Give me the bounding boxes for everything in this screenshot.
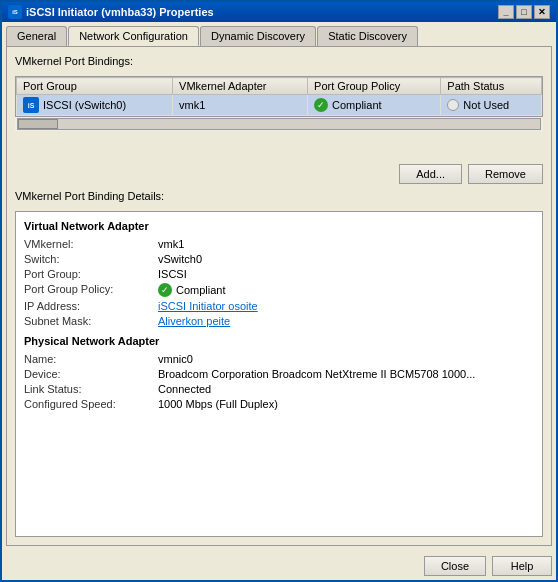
- cell-vmkernel-adapter: vmk1: [173, 95, 308, 116]
- binding-details-box: Virtual Network Adapter VMkernel: vmk1 S…: [15, 211, 543, 537]
- physical-adapter-section-title: Physical Network Adapter: [24, 335, 534, 347]
- cell-port-group-policy: Compliant: [308, 95, 441, 116]
- add-button[interactable]: Add...: [399, 164, 462, 184]
- network-configuration-tab-content: VMkernel Port Bindings: Port Group VMker…: [6, 46, 552, 546]
- close-button[interactable]: Close: [424, 556, 486, 576]
- device-value: Broadcom Corporation Broadcom NetXtreme …: [158, 368, 534, 380]
- iscsi-port-icon: iS: [23, 97, 39, 113]
- bottom-buttons-row: Close Help: [2, 550, 556, 580]
- name-label: Name:: [24, 353, 154, 365]
- remove-button[interactable]: Remove: [468, 164, 543, 184]
- path-status-icon: [447, 99, 459, 111]
- link-status-value: Connected: [158, 383, 534, 395]
- virtual-adapter-grid: VMkernel: vmk1 Switch: vSwitch0 Port Gro…: [24, 238, 534, 327]
- path-status-row: Not Used: [447, 99, 535, 111]
- switch-value: vSwitch0: [158, 253, 534, 265]
- device-label: Device:: [24, 368, 154, 380]
- port-bindings-table-wrapper: Port Group VMkernel Adapter Port Group P…: [15, 76, 543, 156]
- virtual-adapter-section-title: Virtual Network Adapter: [24, 220, 534, 232]
- policy-label: Compliant: [332, 99, 382, 111]
- minimize-button[interactable]: _: [498, 5, 514, 19]
- path-status-label: Not Used: [463, 99, 509, 111]
- table-row[interactable]: iS ISCSI (vSwitch0) vmk1 Compliant: [17, 95, 542, 116]
- port-group-name: ISCSI (vSwitch0): [43, 99, 126, 111]
- tab-network-configuration[interactable]: Network Configuration: [68, 26, 199, 46]
- link-status-label: Link Status:: [24, 383, 154, 395]
- title-buttons: _ □ ✕: [498, 5, 550, 19]
- table-buttons-row: Add... Remove: [15, 164, 543, 184]
- tab-bar: General Network Configuration Dynamic Di…: [6, 26, 552, 46]
- policy-detail-row: Compliant: [158, 283, 534, 297]
- horizontal-scrollbar[interactable]: [15, 117, 543, 131]
- switch-label: Switch:: [24, 253, 154, 265]
- cell-port-group: iS ISCSI (vSwitch0): [17, 95, 173, 116]
- col-port-group-policy: Port Group Policy: [308, 78, 441, 95]
- port-group-label: Port Group:: [24, 268, 154, 280]
- col-port-group: Port Group: [17, 78, 173, 95]
- tab-general[interactable]: General: [6, 26, 67, 46]
- scrollbar-track[interactable]: [17, 118, 541, 130]
- configured-speed-label: Configured Speed:: [24, 398, 154, 410]
- maximize-button[interactable]: □: [516, 5, 532, 19]
- policy-detail-text: Compliant: [176, 284, 226, 296]
- subnet-value: Aliverkon peite: [158, 315, 534, 327]
- physical-adapter-grid: Name: vmnic0 Device: Broadcom Corporatio…: [24, 353, 534, 410]
- binding-details-label: VMkernel Port Binding Details:: [15, 190, 543, 202]
- name-value: vmnic0: [158, 353, 534, 365]
- policy-detail-value: Compliant: [158, 283, 534, 297]
- cell-path-status: Not Used: [441, 95, 542, 116]
- window-icon: iS: [8, 5, 22, 19]
- policy-status-row: Compliant: [314, 98, 434, 112]
- main-window: iS iSCSI Initiator (vmhba33) Properties …: [0, 0, 558, 582]
- ip-label: IP Address:: [24, 300, 154, 312]
- port-bindings-table-container: Port Group VMkernel Adapter Port Group P…: [15, 76, 543, 117]
- col-path-status: Path Status: [441, 78, 542, 95]
- tab-dynamic-discovery[interactable]: Dynamic Discovery: [200, 26, 316, 46]
- close-button[interactable]: ✕: [534, 5, 550, 19]
- ip-value: iSCSI Initiator osoite: [158, 300, 534, 312]
- port-group-value: ISCSI: [158, 268, 534, 280]
- window-content: General Network Configuration Dynamic Di…: [2, 22, 556, 550]
- window-title: iSCSI Initiator (vmhba33) Properties: [26, 6, 214, 18]
- policy-green-icon: [314, 98, 328, 112]
- tab-static-discovery[interactable]: Static Discovery: [317, 26, 418, 46]
- scrollbar-thumb[interactable]: [18, 119, 58, 129]
- vmkernel-label: VMkernel:: [24, 238, 154, 250]
- subnet-label: Subnet Mask:: [24, 315, 154, 327]
- port-group-icon-row: iS ISCSI (vSwitch0): [23, 97, 126, 113]
- help-button[interactable]: Help: [492, 556, 552, 576]
- vmkernel-bindings-label: VMkernel Port Bindings:: [15, 55, 543, 67]
- configured-speed-value: 1000 Mbps (Full Duplex): [158, 398, 534, 410]
- policy-detail-green-icon: [158, 283, 172, 297]
- policy-detail-label: Port Group Policy:: [24, 283, 154, 297]
- port-bindings-table: Port Group VMkernel Adapter Port Group P…: [16, 77, 542, 116]
- col-vmkernel-adapter: VMkernel Adapter: [173, 78, 308, 95]
- title-bar-left: iS iSCSI Initiator (vmhba33) Properties: [8, 5, 214, 19]
- title-bar: iS iSCSI Initiator (vmhba33) Properties …: [2, 2, 556, 22]
- vmkernel-value: vmk1: [158, 238, 534, 250]
